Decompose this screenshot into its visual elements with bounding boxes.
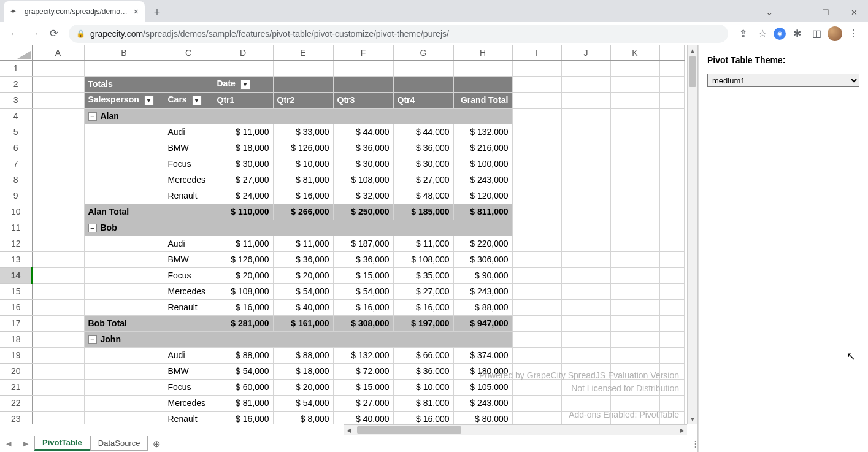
cell-r2-c10[interactable] [561, 76, 610, 92]
cell-r23-c4[interactable]: $ 16,000 [213, 411, 273, 424]
cell-r1-c7[interactable] [393, 60, 453, 76]
collapse-icon[interactable]: − [88, 224, 97, 232]
cell-r12-c10[interactable] [561, 236, 610, 251]
cell-r23-c9[interactable] [512, 411, 561, 424]
cell-r15-c12[interactable] [659, 283, 684, 299]
cell-r19-c12[interactable] [659, 347, 684, 363]
cell-r16-c10[interactable] [561, 299, 610, 315]
cell-r6-c6[interactable]: $ 36,000 [333, 140, 393, 156]
maximize-button[interactable]: ☐ [812, 2, 840, 22]
cell-r14-c10[interactable] [561, 267, 610, 283]
cell-r3-c11[interactable] [610, 92, 659, 108]
cell-r15-c7[interactable]: $ 27,000 [393, 283, 453, 299]
cell-r5-c5[interactable]: $ 33,000 [273, 124, 333, 140]
cell-r4-c11[interactable] [610, 108, 659, 124]
cell-r20-c7[interactable]: $ 36,000 [393, 363, 453, 379]
cell-r20-c5[interactable]: $ 18,000 [273, 363, 333, 379]
cell-r7-c6[interactable]: $ 30,000 [333, 156, 393, 172]
cell-r1-c8[interactable] [453, 60, 512, 76]
row-header-3[interactable]: 3 [0, 92, 32, 108]
cell-r16-c12[interactable] [659, 299, 684, 315]
cell-r19-c11[interactable] [610, 347, 659, 363]
cell-r15-c6[interactable]: $ 54,000 [333, 283, 393, 299]
row-header-18[interactable]: 18 [0, 331, 32, 347]
cell-r9-c3[interactable]: Renault [164, 188, 213, 204]
cell-r4-c1[interactable] [32, 108, 84, 124]
cell-r13-c7[interactable]: $ 108,000 [393, 251, 453, 267]
close-window-button[interactable]: ✕ [840, 2, 868, 22]
cell-r1-c2[interactable] [84, 60, 164, 76]
cell-r14-c5[interactable]: $ 20,000 [273, 267, 333, 283]
cell-r19-c8[interactable]: $ 374,000 [453, 347, 512, 363]
menu-icon[interactable]: ⋮ [845, 25, 862, 42]
cell-r12-c12[interactable] [659, 236, 684, 251]
cell-r5-c4[interactable]: $ 11,000 [213, 124, 273, 140]
row-header-11[interactable]: 11 [0, 220, 32, 236]
cell-r2-c7[interactable] [393, 76, 453, 92]
col-header-extra[interactable] [659, 45, 684, 60]
cell-r23-c6[interactable]: $ 40,000 [333, 411, 393, 424]
cell-r22-c10[interactable] [561, 395, 610, 411]
tab-nav-prev[interactable]: ◀ [0, 440, 17, 448]
row-header-13[interactable]: 13 [0, 251, 32, 267]
minimize-button[interactable]: — [783, 2, 812, 22]
cell-r7-c8[interactable]: $ 100,000 [453, 156, 512, 172]
cell-r1-c12[interactable] [659, 60, 684, 76]
cell-r20-c6[interactable]: $ 72,000 [333, 363, 393, 379]
cell-r10-c11[interactable] [610, 204, 659, 220]
cell-r3-c12[interactable] [659, 92, 684, 108]
cell-r16-c6[interactable]: $ 16,000 [333, 299, 393, 315]
cell-r2-c8[interactable] [453, 76, 512, 92]
row-header-14[interactable]: 14 [0, 267, 32, 283]
cell-r15-c3[interactable]: Mercedes [164, 283, 213, 299]
cell-r23-c2[interactable] [84, 411, 164, 424]
scroll-up-icon[interactable]: ▲ [688, 45, 697, 56]
cell-r2-c11[interactable] [610, 76, 659, 92]
cell-r3-c7[interactable]: Qtr4 [393, 92, 453, 108]
scroll-right-icon[interactable]: ▶ [677, 425, 687, 435]
cell-r19-c5[interactable]: $ 88,000 [273, 347, 333, 363]
cell-r15-c11[interactable] [610, 283, 659, 299]
browser-tab[interactable]: ✦ grapecity.com/spreadjs/demos/s × [4, 1, 145, 22]
cell-r14-c12[interactable] [659, 267, 684, 283]
cell-r3-c8[interactable]: Grand Total [453, 92, 512, 108]
cell-r8-c1[interactable] [32, 172, 84, 188]
cell-r16-c5[interactable]: $ 40,000 [273, 299, 333, 315]
profile-avatar[interactable] [828, 26, 842, 41]
scroll-down-icon[interactable]: ▼ [688, 414, 697, 424]
col-header-I[interactable]: I [512, 45, 561, 60]
scroll-thumb[interactable] [689, 56, 696, 87]
cell-r9-c12[interactable] [659, 188, 684, 204]
sidepanel-icon[interactable]: ◫ [808, 25, 825, 42]
cell-r21-c5[interactable]: $ 20,000 [273, 379, 333, 395]
col-header-G[interactable]: G [393, 45, 453, 60]
cell-r2-c6[interactable] [333, 76, 393, 92]
cell-r5-c8[interactable]: $ 132,000 [453, 124, 512, 140]
cell-r3-c10[interactable] [561, 92, 610, 108]
row-header-1[interactable]: 1 [0, 60, 32, 76]
cell-r23-c7[interactable]: $ 16,000 [393, 411, 453, 424]
cell-r23-c3[interactable]: Renault [164, 411, 213, 424]
cell-r2-c9[interactable] [512, 76, 561, 92]
cell-r14-c9[interactable] [512, 267, 561, 283]
cell-r6-c9[interactable] [512, 140, 561, 156]
cell-r12-c5[interactable]: $ 11,000 [273, 236, 333, 251]
row-header-8[interactable]: 8 [0, 172, 32, 188]
cell-r20-c4[interactable]: $ 54,000 [213, 363, 273, 379]
cell-r8-c2[interactable] [84, 172, 164, 188]
cell-r17-c5[interactable]: $ 161,000 [273, 315, 333, 331]
cell-r12-c2[interactable] [84, 236, 164, 251]
cell-r9-c2[interactable] [84, 188, 164, 204]
cell-r9-c4[interactable]: $ 24,000 [213, 188, 273, 204]
cell-r19-c1[interactable] [32, 347, 84, 363]
cell-r17-c12[interactable] [659, 315, 684, 331]
cell-r12-c7[interactable]: $ 11,000 [393, 236, 453, 251]
cell-r16-c3[interactable]: Renault [164, 299, 213, 315]
cell-r13-c6[interactable]: $ 36,000 [333, 251, 393, 267]
col-header-F[interactable]: F [333, 45, 393, 60]
cell-r17-c2[interactable]: Bob Total [84, 315, 213, 331]
scroll-left-icon[interactable]: ◀ [344, 425, 354, 435]
filter-dropdown-icon[interactable]: ▾ [192, 96, 202, 105]
cell-r21-c4[interactable]: $ 60,000 [213, 379, 273, 395]
cell-r21-c7[interactable]: $ 10,000 [393, 379, 453, 395]
